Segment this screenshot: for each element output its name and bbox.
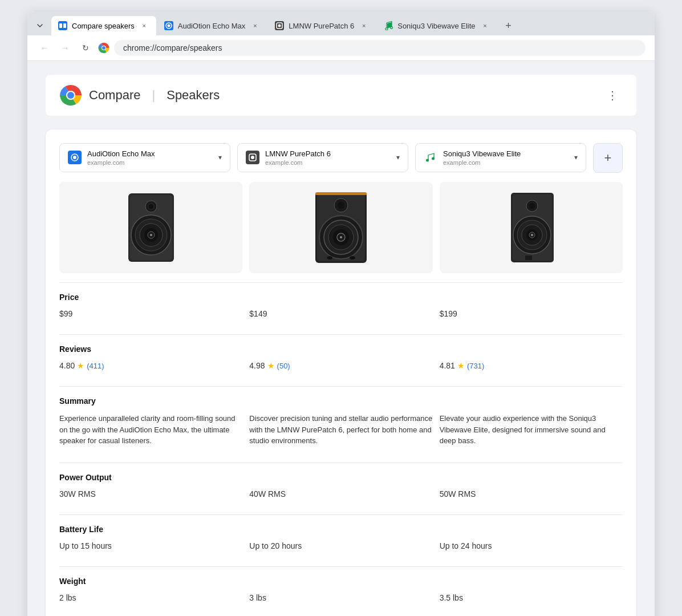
new-tab-button[interactable]: +: [501, 18, 517, 34]
product-selector-1[interactable]: AudiOtion Echo Max example.com ▾: [59, 143, 230, 172]
svg-point-38: [327, 256, 332, 260]
address-input[interactable]: [114, 40, 646, 56]
product-1-star-icon: ★: [77, 361, 84, 370]
tab-dropdown-button[interactable]: [32, 18, 48, 34]
product-1-summary: Experience unparalleled clarity and room…: [59, 411, 242, 449]
forward-button[interactable]: →: [57, 40, 73, 56]
product-1-star-rating: 4.80 ★ (411): [59, 361, 242, 370]
product-2-weight: 3 lbs: [249, 591, 432, 605]
svg-point-43: [529, 203, 535, 209]
tab-bar-left: [32, 18, 48, 34]
reload-icon: ↻: [82, 43, 89, 52]
product-2-image: [249, 182, 432, 273]
product-selector-3[interactable]: Soniqu3 Vibewave Elite example.com ▾: [415, 143, 586, 172]
tab-soniqu3-close[interactable]: ×: [480, 21, 490, 31]
add-product-button[interactable]: +: [593, 143, 623, 173]
tab-compare-speakers-close[interactable]: ×: [139, 21, 149, 31]
product-images-row: [59, 182, 623, 273]
product-2-info: LMNW PurePatch 6 example.com: [265, 149, 391, 166]
svg-point-3: [167, 25, 170, 27]
svg-point-20: [148, 204, 154, 209]
product-2-power-output: 40W RMS: [249, 487, 432, 501]
product-3-star-icon: ★: [457, 361, 465, 370]
reload-button[interactable]: ↻: [78, 40, 94, 56]
product-3-dropdown-icon: ▾: [574, 153, 578, 161]
tab-audiOtion-close[interactable]: ×: [250, 21, 260, 31]
product-3-image: [440, 182, 623, 273]
tab-soniqu3-vibewave[interactable]: Soniqu3 Vibewave Elite ×: [377, 16, 497, 35]
product-2-review-count[interactable]: (50): [277, 362, 290, 370]
summary-values-row: Experience unparalleled clarity and room…: [59, 411, 623, 453]
comparison-section: Price $99 $149 $199 Reviews 4.80 ★: [59, 282, 623, 609]
tab-compare-speakers-label: Compare speakers: [72, 22, 135, 30]
product-selector-2[interactable]: LMNW PurePatch 6 example.com ▾: [237, 143, 408, 172]
product-1-weight: 2 lbs: [59, 591, 242, 605]
reviews-values-row: 4.80 ★ (411) 4.98 ★ (50): [59, 359, 623, 377]
tab-lmnw-close[interactable]: ×: [359, 21, 369, 31]
forward-icon: →: [61, 43, 69, 52]
back-button[interactable]: ←: [36, 40, 52, 56]
add-product-icon: +: [604, 151, 612, 165]
weight-row-header: Weight: [59, 566, 623, 591]
product-1-review-count[interactable]: (411): [87, 362, 104, 370]
product-3-name: Soniqu3 Vibewave Elite: [443, 149, 569, 159]
product-selectors-row: AudiOtion Echo Max example.com ▾ LMNW: [59, 143, 623, 173]
tab-lmnw-purepatch[interactable]: LMNW PurePatch 6 ×: [268, 16, 376, 35]
product-2-rating-number: 4.98: [249, 361, 265, 370]
google-logo-icon: [59, 84, 82, 107]
weight-label: Weight: [59, 577, 86, 586]
product-3-price: $199: [440, 307, 623, 321]
battery-life-values-row: Up to 15 hours Up to 20 hours Up to 24 h…: [59, 539, 623, 557]
product-1-dropdown-icon: ▾: [218, 153, 222, 161]
power-output-row-header: Power Output: [59, 463, 623, 487]
speaker-2-svg: [310, 191, 372, 265]
header-left: Compare | Speakers: [59, 84, 220, 107]
header-compare-label: Compare: [89, 88, 140, 103]
product-2-name: LMNW PurePatch 6: [265, 149, 391, 159]
more-options-button[interactable]: ⋮: [602, 85, 623, 106]
price-label: Price: [59, 293, 79, 302]
reviews-row-header: Reviews: [59, 334, 623, 359]
product-3-star-rating: 4.81 ★ (731): [440, 361, 623, 370]
svg-rect-29: [315, 192, 367, 195]
product-1-info: AudiOtion Echo Max example.com: [87, 149, 213, 166]
product-2-dropdown-icon: ▾: [396, 153, 400, 161]
browser-window: Compare speakers × AudiOtion Echo Max ×: [27, 11, 655, 616]
product-1-rating-number: 4.80: [59, 361, 75, 370]
product-2-star-rating: 4.98 ★ (50): [249, 361, 432, 370]
product-3-domain: example.com: [443, 159, 569, 166]
product-2-reviews: 4.98 ★ (50): [249, 359, 432, 372]
soniqu3-tab-icon: [384, 21, 393, 30]
product-1-reviews: 4.80 ★ (411): [59, 359, 242, 372]
header-divider: |: [152, 88, 155, 103]
svg-rect-50: [525, 256, 532, 260]
power-output-values-row: 30W RMS 40W RMS 50W RMS: [59, 487, 623, 505]
reviews-label: Reviews: [59, 345, 91, 354]
tab-soniqu3-label: Soniqu3 Vibewave Elite: [397, 22, 475, 30]
product-2-battery-life: Up to 20 hours: [249, 539, 432, 553]
product-2-domain: example.com: [265, 159, 391, 166]
tab-audiOtion-echo-max[interactable]: AudiOtion Echo Max ×: [157, 16, 267, 35]
compare-card: AudiOtion Echo Max example.com ▾ LMNW: [46, 129, 636, 616]
price-values-row: $99 $149 $199: [59, 307, 623, 325]
svg-point-10: [67, 92, 74, 99]
product-1-price: $99: [59, 307, 242, 321]
battery-life-row-header: Battery Life: [59, 514, 623, 539]
svg-point-39: [350, 256, 355, 260]
product-3-info: Soniqu3 Vibewave Elite example.com: [443, 149, 569, 166]
tab-compare-speakers[interactable]: Compare speakers ×: [51, 16, 156, 35]
svg-point-14: [251, 156, 254, 159]
power-output-label: Power Output: [59, 473, 112, 482]
product-3-battery-life: Up to 24 hours: [440, 539, 623, 553]
header-category-label: Speakers: [167, 88, 220, 103]
more-options-icon: ⋮: [607, 88, 618, 102]
svg-point-12: [73, 156, 76, 159]
tab-audiOtion-label: AudiOtion Echo Max: [178, 22, 246, 30]
svg-point-15: [426, 159, 429, 162]
product-2-price: $149: [249, 307, 432, 321]
product-3-review-count[interactable]: (731): [467, 362, 484, 370]
product-2-icon: [246, 151, 259, 164]
product-3-summary: Elevate your audio experience with the S…: [440, 411, 623, 449]
product-2-star-icon: ★: [267, 361, 275, 370]
lmnw-tab-icon: [275, 21, 284, 30]
